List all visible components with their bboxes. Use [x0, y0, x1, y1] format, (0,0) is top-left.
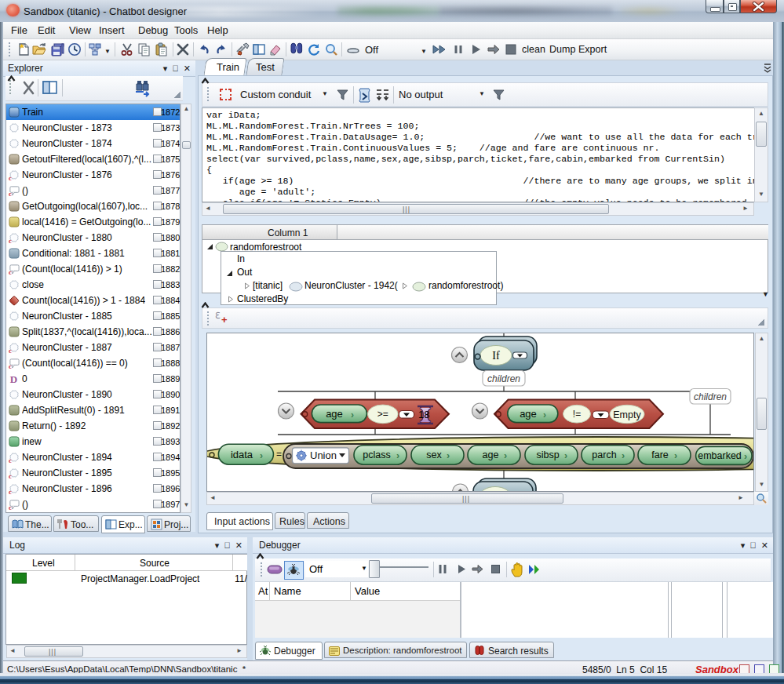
svg-text:›: › — [504, 450, 507, 461]
svg-text:>=: >= — [377, 409, 388, 420]
svg-text:18: 18 — [418, 409, 429, 420]
svg-text:›: › — [396, 450, 399, 461]
svg-text:›: › — [447, 450, 450, 461]
svg-text:›: › — [744, 451, 747, 462]
svg-text:children: children — [487, 373, 520, 384]
svg-text:=: = — [276, 449, 282, 460]
svg-text:Empty: Empty — [613, 409, 641, 420]
svg-text:›: › — [674, 450, 677, 461]
svg-text:If: If — [492, 350, 500, 362]
svg-text:c: c — [9, 238, 12, 243]
svg-text:c: c — [9, 363, 12, 369]
svg-text:age: age — [483, 449, 499, 460]
svg-text:sex: sex — [426, 449, 442, 460]
svg-text:!=: != — [573, 409, 581, 420]
svg-text:c: c — [9, 457, 12, 463]
svg-text:children: children — [694, 391, 727, 402]
svg-text:pclass: pclass — [363, 449, 390, 460]
svg-text:c: c — [9, 347, 12, 353]
svg-text:age: age — [326, 408, 343, 420]
svg-text:c: c — [9, 269, 12, 275]
svg-text:c: c — [9, 504, 12, 510]
svg-text:fare: fare — [651, 449, 669, 460]
svg-text:c: c — [9, 175, 12, 180]
svg-text:D: D — [10, 373, 17, 384]
svg-text:c: c — [9, 191, 12, 196]
svg-text:›: › — [564, 450, 567, 461]
svg-text:›: › — [543, 409, 546, 420]
svg-text:›: › — [260, 450, 263, 461]
svg-text:idata: idata — [231, 449, 253, 460]
svg-text:embarked: embarked — [698, 450, 742, 461]
svg-text:age: age — [520, 408, 537, 420]
svg-text:Union: Union — [310, 449, 337, 461]
svg-text:›: › — [351, 409, 354, 420]
svg-text:sibsp: sibsp — [536, 449, 559, 460]
svg-text:›: › — [622, 450, 625, 461]
svg-text:parch: parch — [592, 449, 616, 460]
svg-text:c: c — [9, 473, 12, 478]
svg-text:c: c — [9, 489, 12, 494]
